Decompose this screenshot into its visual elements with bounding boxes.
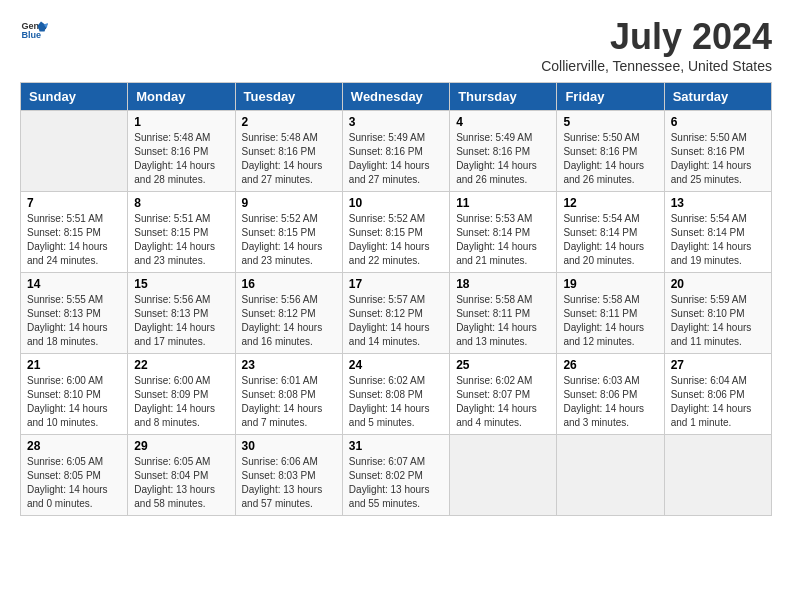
calendar-week-row: 14Sunrise: 5:55 AM Sunset: 8:13 PM Dayli… <box>21 273 772 354</box>
calendar-week-row: 28Sunrise: 6:05 AM Sunset: 8:05 PM Dayli… <box>21 435 772 516</box>
calendar-cell: 21Sunrise: 6:00 AM Sunset: 8:10 PM Dayli… <box>21 354 128 435</box>
calendar-cell: 5Sunrise: 5:50 AM Sunset: 8:16 PM Daylig… <box>557 111 664 192</box>
calendar-cell: 2Sunrise: 5:48 AM Sunset: 8:16 PM Daylig… <box>235 111 342 192</box>
day-number: 21 <box>27 358 121 372</box>
day-number: 5 <box>563 115 657 129</box>
day-number: 2 <box>242 115 336 129</box>
day-number: 6 <box>671 115 765 129</box>
day-number: 17 <box>349 277 443 291</box>
day-number: 29 <box>134 439 228 453</box>
day-info: Sunrise: 5:58 AM Sunset: 8:11 PM Dayligh… <box>456 293 550 349</box>
calendar-cell: 4Sunrise: 5:49 AM Sunset: 8:16 PM Daylig… <box>450 111 557 192</box>
calendar-cell <box>557 435 664 516</box>
day-info: Sunrise: 5:48 AM Sunset: 8:16 PM Dayligh… <box>134 131 228 187</box>
logo-icon: General Blue <box>20 16 48 44</box>
weekday-header-wednesday: Wednesday <box>342 83 449 111</box>
calendar-cell: 16Sunrise: 5:56 AM Sunset: 8:12 PM Dayli… <box>235 273 342 354</box>
weekday-header-thursday: Thursday <box>450 83 557 111</box>
day-info: Sunrise: 6:02 AM Sunset: 8:07 PM Dayligh… <box>456 374 550 430</box>
day-number: 12 <box>563 196 657 210</box>
day-info: Sunrise: 6:03 AM Sunset: 8:06 PM Dayligh… <box>563 374 657 430</box>
calendar-cell: 1Sunrise: 5:48 AM Sunset: 8:16 PM Daylig… <box>128 111 235 192</box>
day-info: Sunrise: 6:00 AM Sunset: 8:09 PM Dayligh… <box>134 374 228 430</box>
calendar-cell: 12Sunrise: 5:54 AM Sunset: 8:14 PM Dayli… <box>557 192 664 273</box>
day-info: Sunrise: 5:54 AM Sunset: 8:14 PM Dayligh… <box>671 212 765 268</box>
svg-text:Blue: Blue <box>21 30 41 40</box>
calendar-cell: 20Sunrise: 5:59 AM Sunset: 8:10 PM Dayli… <box>664 273 771 354</box>
calendar-cell: 18Sunrise: 5:58 AM Sunset: 8:11 PM Dayli… <box>450 273 557 354</box>
day-number: 8 <box>134 196 228 210</box>
day-number: 4 <box>456 115 550 129</box>
weekday-header-monday: Monday <box>128 83 235 111</box>
day-number: 1 <box>134 115 228 129</box>
calendar-cell: 9Sunrise: 5:52 AM Sunset: 8:15 PM Daylig… <box>235 192 342 273</box>
day-number: 16 <box>242 277 336 291</box>
calendar-cell: 3Sunrise: 5:49 AM Sunset: 8:16 PM Daylig… <box>342 111 449 192</box>
day-info: Sunrise: 5:50 AM Sunset: 8:16 PM Dayligh… <box>563 131 657 187</box>
day-info: Sunrise: 5:51 AM Sunset: 8:15 PM Dayligh… <box>27 212 121 268</box>
day-number: 10 <box>349 196 443 210</box>
calendar-cell: 10Sunrise: 5:52 AM Sunset: 8:15 PM Dayli… <box>342 192 449 273</box>
day-number: 9 <box>242 196 336 210</box>
weekday-header-row: SundayMondayTuesdayWednesdayThursdayFrid… <box>21 83 772 111</box>
day-number: 20 <box>671 277 765 291</box>
calendar-cell: 8Sunrise: 5:51 AM Sunset: 8:15 PM Daylig… <box>128 192 235 273</box>
day-info: Sunrise: 5:52 AM Sunset: 8:15 PM Dayligh… <box>349 212 443 268</box>
calendar-cell: 31Sunrise: 6:07 AM Sunset: 8:02 PM Dayli… <box>342 435 449 516</box>
weekday-header-sunday: Sunday <box>21 83 128 111</box>
weekday-header-friday: Friday <box>557 83 664 111</box>
calendar-cell: 13Sunrise: 5:54 AM Sunset: 8:14 PM Dayli… <box>664 192 771 273</box>
day-info: Sunrise: 5:50 AM Sunset: 8:16 PM Dayligh… <box>671 131 765 187</box>
day-info: Sunrise: 5:49 AM Sunset: 8:16 PM Dayligh… <box>456 131 550 187</box>
calendar-cell <box>450 435 557 516</box>
day-info: Sunrise: 5:53 AM Sunset: 8:14 PM Dayligh… <box>456 212 550 268</box>
weekday-header-tuesday: Tuesday <box>235 83 342 111</box>
calendar-cell: 7Sunrise: 5:51 AM Sunset: 8:15 PM Daylig… <box>21 192 128 273</box>
month-title: July 2024 <box>541 16 772 58</box>
calendar-cell: 19Sunrise: 5:58 AM Sunset: 8:11 PM Dayli… <box>557 273 664 354</box>
day-number: 25 <box>456 358 550 372</box>
day-info: Sunrise: 5:59 AM Sunset: 8:10 PM Dayligh… <box>671 293 765 349</box>
day-info: Sunrise: 6:02 AM Sunset: 8:08 PM Dayligh… <box>349 374 443 430</box>
day-info: Sunrise: 5:51 AM Sunset: 8:15 PM Dayligh… <box>134 212 228 268</box>
calendar-cell: 23Sunrise: 6:01 AM Sunset: 8:08 PM Dayli… <box>235 354 342 435</box>
day-info: Sunrise: 5:52 AM Sunset: 8:15 PM Dayligh… <box>242 212 336 268</box>
day-number: 22 <box>134 358 228 372</box>
day-number: 7 <box>27 196 121 210</box>
calendar-cell: 29Sunrise: 6:05 AM Sunset: 8:04 PM Dayli… <box>128 435 235 516</box>
day-number: 24 <box>349 358 443 372</box>
calendar-cell: 6Sunrise: 5:50 AM Sunset: 8:16 PM Daylig… <box>664 111 771 192</box>
calendar-cell: 11Sunrise: 5:53 AM Sunset: 8:14 PM Dayli… <box>450 192 557 273</box>
calendar-cell: 14Sunrise: 5:55 AM Sunset: 8:13 PM Dayli… <box>21 273 128 354</box>
day-info: Sunrise: 6:06 AM Sunset: 8:03 PM Dayligh… <box>242 455 336 511</box>
day-info: Sunrise: 5:54 AM Sunset: 8:14 PM Dayligh… <box>563 212 657 268</box>
calendar-cell: 17Sunrise: 5:57 AM Sunset: 8:12 PM Dayli… <box>342 273 449 354</box>
day-info: Sunrise: 5:57 AM Sunset: 8:12 PM Dayligh… <box>349 293 443 349</box>
day-number: 13 <box>671 196 765 210</box>
calendar-week-row: 21Sunrise: 6:00 AM Sunset: 8:10 PM Dayli… <box>21 354 772 435</box>
title-block: July 2024 Collierville, Tennessee, Unite… <box>541 16 772 74</box>
calendar-cell <box>21 111 128 192</box>
day-info: Sunrise: 5:55 AM Sunset: 8:13 PM Dayligh… <box>27 293 121 349</box>
calendar-cell: 26Sunrise: 6:03 AM Sunset: 8:06 PM Dayli… <box>557 354 664 435</box>
day-info: Sunrise: 5:56 AM Sunset: 8:12 PM Dayligh… <box>242 293 336 349</box>
day-number: 19 <box>563 277 657 291</box>
calendar-table: SundayMondayTuesdayWednesdayThursdayFrid… <box>20 82 772 516</box>
day-info: Sunrise: 6:07 AM Sunset: 8:02 PM Dayligh… <box>349 455 443 511</box>
day-number: 18 <box>456 277 550 291</box>
day-number: 28 <box>27 439 121 453</box>
day-number: 31 <box>349 439 443 453</box>
day-number: 15 <box>134 277 228 291</box>
day-info: Sunrise: 5:58 AM Sunset: 8:11 PM Dayligh… <box>563 293 657 349</box>
day-info: Sunrise: 6:01 AM Sunset: 8:08 PM Dayligh… <box>242 374 336 430</box>
logo: General Blue <box>20 16 48 44</box>
calendar-cell <box>664 435 771 516</box>
day-info: Sunrise: 5:56 AM Sunset: 8:13 PM Dayligh… <box>134 293 228 349</box>
calendar-cell: 27Sunrise: 6:04 AM Sunset: 8:06 PM Dayli… <box>664 354 771 435</box>
day-number: 26 <box>563 358 657 372</box>
day-info: Sunrise: 5:49 AM Sunset: 8:16 PM Dayligh… <box>349 131 443 187</box>
day-info: Sunrise: 6:05 AM Sunset: 8:05 PM Dayligh… <box>27 455 121 511</box>
weekday-header-saturday: Saturday <box>664 83 771 111</box>
calendar-cell: 25Sunrise: 6:02 AM Sunset: 8:07 PM Dayli… <box>450 354 557 435</box>
calendar-cell: 24Sunrise: 6:02 AM Sunset: 8:08 PM Dayli… <box>342 354 449 435</box>
